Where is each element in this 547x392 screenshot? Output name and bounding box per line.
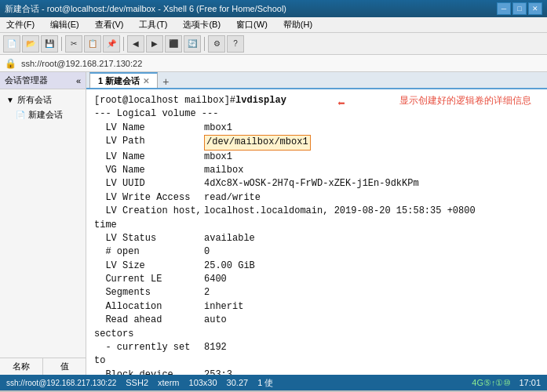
toolbar-back[interactable]: ◀ <box>127 35 144 53</box>
tab-label: 1 新建会话 <box>98 75 140 87</box>
lv1-uuid-value: 4dXc8X-wOSK-2H7q-FrWD-xZEK-j1En-9dkKPm <box>204 177 419 191</box>
menu-help[interactable]: 帮助(H) <box>280 18 315 31</box>
tab-close-icon[interactable]: ✕ <box>143 77 149 85</box>
status-connection: ssh://root@192.168.217.130:22 <box>6 379 116 387</box>
menu-window[interactable]: 窗口(W) <box>233 18 271 31</box>
lv1-lv-name-value: mbox1 <box>204 122 232 135</box>
toolbar-paste[interactable]: 📌 <box>103 35 120 53</box>
menu-tab[interactable]: 选项卡(B) <box>180 18 224 31</box>
title-text: 新建合话 - root@localhost:/dev/mailbox - Xsh… <box>5 3 286 15</box>
close-button[interactable]: ✕ <box>528 2 542 15</box>
menu-tools[interactable]: 工具(T) <box>136 18 170 31</box>
lv1-read-ahead-value: auto <box>204 314 227 341</box>
lv1-write-access-label: LV Write Access <box>94 191 204 205</box>
toolbar-refresh[interactable]: 🔄 <box>184 35 201 53</box>
sidebar-header: 会话管理器 « <box>0 72 86 89</box>
toolbar-sep1 <box>61 37 62 51</box>
toolbar-stop[interactable]: ⬛ <box>165 35 182 53</box>
lv1-vg-name-label: VG Name <box>94 164 204 177</box>
lv1-current-le-label: Current LE <box>94 273 204 286</box>
lv1-status-row: LV Status available <box>94 232 539 245</box>
sidebar-bottom-labels: 名称 值 <box>0 358 86 375</box>
toolbar-copy[interactable]: 📋 <box>84 35 101 53</box>
lv1-lv-path-value: /dev/mailbox/mbox1 <box>204 135 311 150</box>
status-cols-rows: 103x30 <box>189 378 217 387</box>
maximize-button[interactable]: □ <box>512 2 527 15</box>
lv1-allocation-label: Allocation <box>94 300 204 314</box>
status-zoom: 30.27 <box>227 378 249 387</box>
terminal-prompt-line: [root@localhost mailbox]# lvdisplay 显示创建… <box>94 94 539 107</box>
address-bar: 🔒 ssh://root@192.168.217.130:22 <box>0 55 547 72</box>
lv1-lv-path-row: LV Path /dev/mailbox/mbox1 <box>94 135 539 150</box>
menu-file[interactable]: 文件(F) <box>3 18 38 31</box>
lv1-lv-path-label: LV Path <box>94 135 204 150</box>
sidebar-item-label: 新建会话 <box>28 109 63 121</box>
sidebar-collapse-button[interactable]: « <box>76 76 81 85</box>
sidebar: 会话管理器 « ▼ 所有会话 📄 新建会话 名称 值 <box>0 72 86 375</box>
sidebar-tree: ▼ 所有会话 📄 新建会话 <box>0 89 86 125</box>
minimize-button[interactable]: ─ <box>497 2 511 15</box>
address-text: ssh://root@192.168.217.130:22 <box>21 59 142 68</box>
lv1-lv-name-row: LV Name mbox1 <box>94 122 539 135</box>
menu-view[interactable]: 查看(V) <box>92 18 127 31</box>
terminal-prompt: [root@localhost mailbox]# <box>94 94 235 107</box>
content-area: [root@localhost mailbox]# lvdisplay 显示创建… <box>86 89 547 375</box>
lv1-status-value: available <box>204 232 255 245</box>
lv1-currently-set-value: 8192 <box>204 341 227 368</box>
tab-bar: 1 新建会话 ✕ + <box>86 72 547 89</box>
lv1-write-access-row: LV Write Access read/write <box>94 191 539 205</box>
lv1-segments-label: Segments <box>94 286 204 299</box>
status-time: 17:01 <box>519 378 541 387</box>
main-layout: 会话管理器 « ▼ 所有会话 📄 新建会话 名称 值 1 新建会话 ✕ + <box>0 72 547 375</box>
lv1-creation-row: LV Creation host, time localhost.localdo… <box>94 205 539 232</box>
toolbar-cut[interactable]: ✂ <box>65 35 82 53</box>
lv1-current-le-value: 6400 <box>204 273 227 286</box>
lv1-lv-name2-row: LV Name mbox1 <box>94 151 539 164</box>
tab-new-session[interactable]: 1 新建会话 ✕ <box>89 72 158 88</box>
status-bar: ssh://root@192.168.217.130:22 SSH2 xterm… <box>0 375 547 390</box>
chevron-down-icon: ▼ <box>6 96 14 104</box>
lv1-open-value: 0 <box>204 245 210 259</box>
terminal-command: lvdisplay <box>235 94 286 107</box>
toolbar-forward[interactable]: ▶ <box>146 35 163 53</box>
lv1-creation-label: LV Creation host, time <box>94 205 204 232</box>
menu-edit[interactable]: 编辑(E) <box>47 18 82 31</box>
file-icon: 📄 <box>16 111 25 119</box>
status-right: 4G⑤↑①⑩ 17:01 <box>472 378 541 388</box>
lv1-uuid-row: LV UUID 4dXc8X-wOSK-2H7q-FrWD-xZEK-j1En-… <box>94 177 539 191</box>
lv1-segments-row: Segments 2 <box>94 286 539 299</box>
terminal[interactable]: [root@localhost mailbox]# lvdisplay 显示创建… <box>86 89 547 375</box>
annotation-text: 显示创建好的逻辑卷的详细信息 <box>399 94 531 107</box>
toolbar-sep2 <box>123 37 124 51</box>
toolbar-new[interactable]: 📄 <box>3 35 20 53</box>
sidebar-item-all-sessions[interactable]: ▼ 所有会话 <box>0 93 86 107</box>
toolbar-sep3 <box>204 37 205 51</box>
lv1-size-label: LV Size <box>94 260 204 273</box>
title-bar: 新建合话 - root@localhost:/dev/mailbox - Xsh… <box>0 0 547 17</box>
lv1-status-label: LV Status <box>94 232 204 245</box>
network-icon: 4G⑤↑①⑩ <box>472 378 511 388</box>
lv1-lv-name2-value: mbox1 <box>204 151 232 164</box>
lv1-currently-set-row: - currently set to 8192 <box>94 341 539 368</box>
value-column-label: 值 <box>43 358 86 375</box>
toolbar-help[interactable]: ? <box>227 35 244 53</box>
lv1-allocation-row: Allocation inherit <box>94 300 539 314</box>
tab-add-button[interactable]: + <box>158 75 173 88</box>
status-xterm: xterm <box>158 378 180 387</box>
toolbar-settings[interactable]: ⚙ <box>208 35 225 53</box>
menu-bar: 文件(F) 编辑(E) 查看(V) 工具(T) 选项卡(B) 窗口(W) 帮助(… <box>0 17 547 33</box>
lv1-lv-name2-label: LV Name <box>94 151 204 164</box>
toolbar-save[interactable]: 💾 <box>41 35 58 53</box>
lv1-segments-value: 2 <box>204 286 210 299</box>
sidebar-title: 会话管理器 <box>5 74 48 86</box>
lv1-block-device-row: Block device 253:3 <box>94 368 539 375</box>
lv1-open-row: # open 0 <box>94 245 539 259</box>
sidebar-item-new-session[interactable]: 📄 新建会话 <box>0 107 86 122</box>
lv1-header-row: --- Logical volume --- <box>94 107 539 121</box>
status-caps: 1 使 <box>257 377 273 389</box>
toolbar-open[interactable]: 📂 <box>22 35 39 53</box>
toolbar: 📄 📂 💾 ✂ 📋 📌 ◀ ▶ ⬛ 🔄 ⚙ ? <box>0 33 547 55</box>
lv1-block-device-value: 253:3 <box>204 368 232 375</box>
lv1-allocation-value: inherit <box>204 300 243 314</box>
lv1-current-le-row: Current LE 6400 <box>94 273 539 286</box>
